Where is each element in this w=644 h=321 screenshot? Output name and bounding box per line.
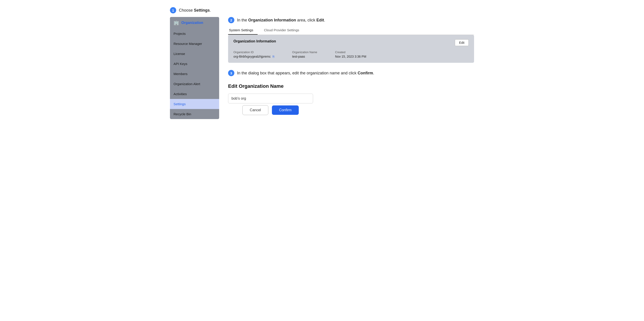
- edit-button[interactable]: Edit: [455, 39, 469, 46]
- step1-badge: 1: [170, 7, 176, 13]
- sidebar-item-recycle-bin[interactable]: Recycle Bin: [170, 109, 219, 119]
- org-id-label: Organization ID: [234, 50, 274, 54]
- edit-org-dialog: Edit Organization Name Cancel Confirm: [228, 81, 474, 115]
- sidebar-item-organization-alert[interactable]: Organization Alert: [170, 79, 219, 89]
- step3-text: In the dialog box that appears, edit the…: [237, 71, 374, 75]
- edit-org-title: Edit Organization Name: [228, 83, 474, 89]
- org-info-card: Organization Information Edit Organizati…: [228, 35, 474, 63]
- step2-section: 2 In the Organization Information area, …: [228, 17, 474, 63]
- cancel-button[interactable]: Cancel: [242, 105, 268, 115]
- org-name-input[interactable]: [228, 94, 313, 103]
- org-id-value: org-ltlnbfxgxygealzhjpremc: [234, 55, 271, 58]
- sidebar-item-api-keys[interactable]: API Keys: [170, 59, 219, 69]
- sidebar-org-item[interactable]: 🏢 Organization: [170, 17, 219, 28]
- content-area: 2 In the Organization Information area, …: [219, 17, 474, 115]
- org-id-field: Organization ID org-ltlnbfxgxygealzhjpre…: [234, 50, 274, 58]
- org-name-value: test-paas: [292, 55, 305, 58]
- tab-cloud-provider-settings[interactable]: Cloud Provider Settings: [263, 26, 304, 35]
- sidebar-item-settings[interactable]: Settings: [170, 99, 219, 109]
- org-created-value: Nov 15, 2023 3:36 PM: [335, 55, 366, 58]
- sidebar-org-label: Organization: [181, 21, 203, 25]
- copy-icon[interactable]: ⎘: [272, 55, 274, 58]
- sidebar-item-license[interactable]: License: [170, 49, 219, 59]
- organization-icon: 🏢: [174, 20, 179, 25]
- step3-section: 3 In the dialog box that appears, edit t…: [228, 70, 474, 115]
- confirm-button[interactable]: Confirm: [272, 105, 299, 115]
- org-name-field: Organization Name test-paas: [292, 50, 317, 58]
- tab-system-settings[interactable]: System Settings: [228, 26, 258, 35]
- org-created-field: Created Nov 15, 2023 3:36 PM: [335, 50, 366, 58]
- step2-text: In the Organization Information area, cl…: [237, 18, 325, 22]
- sidebar-item-activities[interactable]: Activities: [170, 89, 219, 99]
- sidebar: 🏢 Organization Projects Resource Manager…: [170, 17, 219, 119]
- step1-text: Choose Settings.: [179, 8, 211, 13]
- sidebar-item-members[interactable]: Members: [170, 69, 219, 79]
- org-created-label: Created: [335, 50, 366, 54]
- sidebar-item-projects[interactable]: Projects: [170, 28, 219, 39]
- org-info-title: Organization Information: [234, 39, 276, 43]
- tabs-bar: System Settings Cloud Provider Settings: [228, 26, 474, 35]
- sidebar-item-resource-manager[interactable]: Resource Manager: [170, 39, 219, 49]
- step3-badge: 3: [228, 70, 234, 76]
- step2-badge: 2: [228, 17, 234, 23]
- org-name-label: Organization Name: [292, 50, 317, 54]
